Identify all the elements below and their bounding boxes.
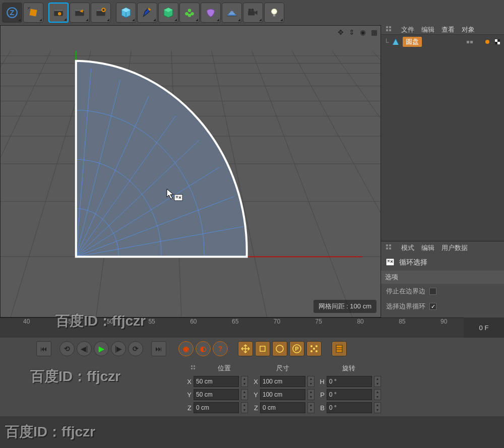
object-tree[interactable]: └ 圆盘 [381,35,504,241]
svg-point-61 [485,40,489,44]
key-options-button[interactable]: ? [213,341,228,356]
rot-P-input[interactable] [327,389,372,400]
timeline[interactable]: 40 45 50 55 60 65 70 75 80 85 90 0 F [0,317,504,338]
size-X-input[interactable] [260,376,305,387]
svg-point-21 [251,9,254,11]
viewport-3d[interactable]: ✥ ⇕ ◉ ▦ [0,25,381,317]
object-manager-menu: 文件 编辑 查看 对象 [381,25,504,35]
viewport-layout-icon[interactable]: ▦ [369,28,379,37]
move-axis-button[interactable] [238,341,253,356]
svg-rect-62 [495,39,497,42]
timeline-ruler[interactable]: 40 45 50 55 60 65 70 75 80 85 90 [0,317,464,338]
pen-tool-button[interactable] [137,3,157,23]
spinner[interactable]: ▲▼ [307,402,314,413]
size-Y-input[interactable] [260,389,305,400]
checkbox-stop-border[interactable] [429,288,436,295]
obj-visibility-icon[interactable] [466,38,474,46]
svg-rect-67 [389,244,391,246]
disc-object-icon [392,38,400,46]
object-row-disc[interactable]: └ 圆盘 [381,35,504,49]
svg-rect-84 [194,365,195,367]
spinner[interactable]: ▲▼ [307,376,314,387]
svg-rect-68 [386,247,388,249]
step-back-button[interactable]: ◀| [77,341,92,356]
nurbs-tool-button[interactable] [158,3,178,23]
autokey-button[interactable]: ◐ [196,341,211,356]
main-toolbar: Z [0,0,504,25]
obj-menu-edit[interactable]: 编辑 [421,25,434,34]
scale-axis-button[interactable] [255,341,270,356]
goto-start-button[interactable]: ⏮ [36,341,51,356]
svg-rect-65 [497,42,500,44]
attr-menu-userdata[interactable]: 用户数据 [442,243,468,252]
spinner[interactable]: ▲▼ [241,389,248,400]
checkbox-border-loop[interactable] [429,303,436,310]
attr-section-options[interactable]: 选项 [381,271,504,284]
obj-tag-dot1-icon[interactable] [484,38,491,45]
svg-line-42 [1,51,11,317]
svg-rect-19 [248,11,255,16]
attr-manager-icon [385,243,394,252]
svg-point-75 [310,345,312,347]
obj-tag-checker-icon[interactable] [494,38,501,45]
viewport-canvas [1,26,381,317]
undo-button[interactable]: Z [2,3,22,23]
param-button[interactable]: P [289,341,304,356]
svg-rect-70 [386,259,394,266]
spinner[interactable]: ▲▼ [307,389,314,400]
prev-key-button[interactable]: ⟲ [59,341,75,356]
record-button[interactable]: ◉ [178,341,194,356]
obj-menu-object[interactable]: 对象 [462,25,475,34]
spinner[interactable]: ▲▼ [241,376,248,387]
pos-Y-input[interactable] [194,389,239,400]
option-select-border-loop: 选择边界循环 [381,299,504,314]
svg-rect-66 [386,244,388,246]
current-frame-display[interactable]: 0 F [464,317,504,338]
viewport-zoom-icon[interactable]: ⇕ [347,28,356,37]
svg-point-78 [316,350,318,352]
animate-tool-3[interactable] [91,3,111,23]
svg-point-77 [310,350,312,352]
animate-tool-1[interactable] [48,3,69,23]
tree-branch-icon: └ [384,38,389,46]
goto-end-button[interactable]: ⏭ [151,341,166,356]
svg-rect-58 [389,29,391,31]
obj-menu-view[interactable]: 查看 [442,25,455,34]
rotate-axis-button[interactable] [272,341,287,356]
spinner[interactable]: ▲▼ [374,376,381,387]
rot-B-input[interactable] [327,402,372,413]
viewport-move-icon[interactable]: ✥ [336,28,345,37]
cube-primitive-button[interactable] [116,3,136,23]
rot-H-input[interactable] [327,376,372,387]
pos-X-input[interactable] [194,376,239,387]
pos-Z-input[interactable] [194,402,239,413]
next-key-button[interactable]: ⟳ [128,341,143,356]
axis-tool-button[interactable] [23,3,43,23]
svg-rect-71 [260,346,265,351]
attr-menu-mode[interactable]: 模式 [401,243,414,252]
svg-rect-63 [497,39,500,42]
camera-tool-button[interactable] [243,3,263,23]
light-tool-button[interactable] [264,3,284,23]
spinner[interactable]: ▲▼ [374,402,381,413]
coord-row-Y: Y▲▼Y▲▼P▲▼ [183,388,500,401]
main-area: ✥ ⇕ ◉ ▦ [0,25,504,317]
deformer-tool-button[interactable] [201,3,221,23]
obj-menu-file[interactable]: 文件 [401,25,414,34]
point-level-button[interactable] [306,341,322,356]
floor-tool-button[interactable] [222,3,242,23]
step-fwd-button[interactable]: |▶ [111,341,126,356]
svg-rect-69 [389,247,391,249]
attr-menu-edit[interactable]: 编辑 [421,243,434,252]
svg-point-72 [276,345,283,352]
svg-rect-60 [470,41,473,43]
spinner[interactable]: ▲▼ [374,389,381,400]
object-name-label[interactable]: 圆盘 [403,37,422,47]
viewport-rotate-icon[interactable]: ◉ [358,28,367,37]
array-tool-button[interactable] [179,3,200,23]
play-button[interactable]: ▶ [94,341,109,356]
size-Z-input[interactable] [260,402,305,413]
spinner[interactable]: ▲▼ [241,402,248,413]
filmstrip-button[interactable] [332,341,347,356]
animate-tool-2[interactable] [70,3,90,23]
